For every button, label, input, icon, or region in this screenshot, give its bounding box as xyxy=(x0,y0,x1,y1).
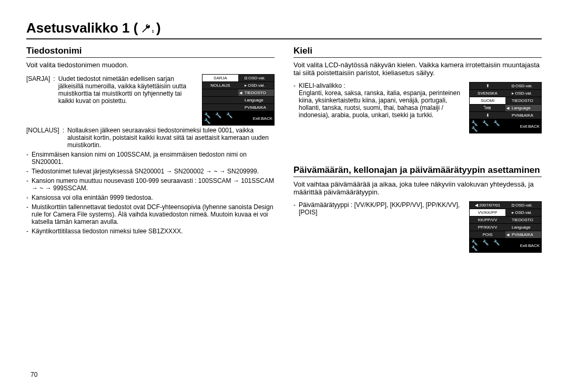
def-term: [NOLLAUS] xyxy=(26,127,59,149)
list-item: Kansion numero muuttuu nousevasti 100-99… xyxy=(26,177,275,192)
list-item: Muistikorttiin tallennettavat tiedostot … xyxy=(26,203,275,225)
title-prefix: Asetusvalikko 1 ( xyxy=(26,20,138,36)
section-title-kieli: Kieli xyxy=(293,46,542,58)
def-desc: Uudet tiedostot nimetään edellisen sarja… xyxy=(58,75,196,105)
list-item: Kansiossa voi olla enintään 9999 tiedost… xyxy=(26,194,275,201)
sub-label: Päivämäärätyyppi : [VV/KK/PP], [KK/PP/VV… xyxy=(293,201,463,216)
lead-file: Voit valita tiedostonimen muodon. xyxy=(26,61,275,69)
section-title-file: Tiedostonimi xyxy=(26,46,275,58)
section-title-pvm: Päivämäärän, kellonajan ja päivämäärätyy… xyxy=(293,165,542,177)
bullets-file: Ensimmäisen kansion nimi on 100SSCAM, ja… xyxy=(26,151,275,235)
def-sarja: [SARJA] : Uudet tiedostot nimetään edell… xyxy=(26,75,196,105)
def-term: [SARJA] xyxy=(26,75,50,105)
def-desc: Nollauksen jälkeen seuraavaksi tiedoston… xyxy=(67,127,275,149)
sub-text: Englanti, korea, saksa, ranska, italia, … xyxy=(299,89,460,119)
lead-pvm: Voit vaihtaa päivämäärää ja aikaa, joka … xyxy=(293,180,542,196)
page-number: 70 xyxy=(31,371,37,378)
wrench-icon: 1 xyxy=(140,20,154,36)
list-item: Tiedostonimet tulevat järjestyksessä SN2… xyxy=(26,168,275,175)
def-nollaus: [NOLLAUS] : Nollauksen jälkeen seuraavak… xyxy=(26,127,275,149)
lcd-kieli: ⬆◘ OSD-val.SVENSKA▸ OSD-val.SUOMITIEDOST… xyxy=(469,82,542,133)
lead-kieli: Voit valita LCD-näytössä näkyvän kielen.… xyxy=(293,61,542,77)
sub-label: KIELI-alivalikko : Englanti, korea, saks… xyxy=(293,82,463,119)
def-sep: : xyxy=(53,75,55,105)
lcd-tiedosto: SARJA◘ OSD-val.NOLLAUS▸ OSD-val.TIEDOSTO… xyxy=(202,74,275,126)
page-title: Asetusvalikko 1 ( 1 ) xyxy=(26,20,542,39)
list-item: Ensimmäisen kansion nimi on 100SSCAM, ja… xyxy=(26,151,275,166)
def-sep: : xyxy=(63,127,64,149)
lcd-pvm: ◀ 2007/07/01◘ OSD-val.VV/KK/PP▸ OSD-val.… xyxy=(469,201,542,253)
title-suffix: ) xyxy=(156,20,161,36)
list-item: Käyntikorttitilassa tiedoston nimeksi tu… xyxy=(26,228,275,235)
